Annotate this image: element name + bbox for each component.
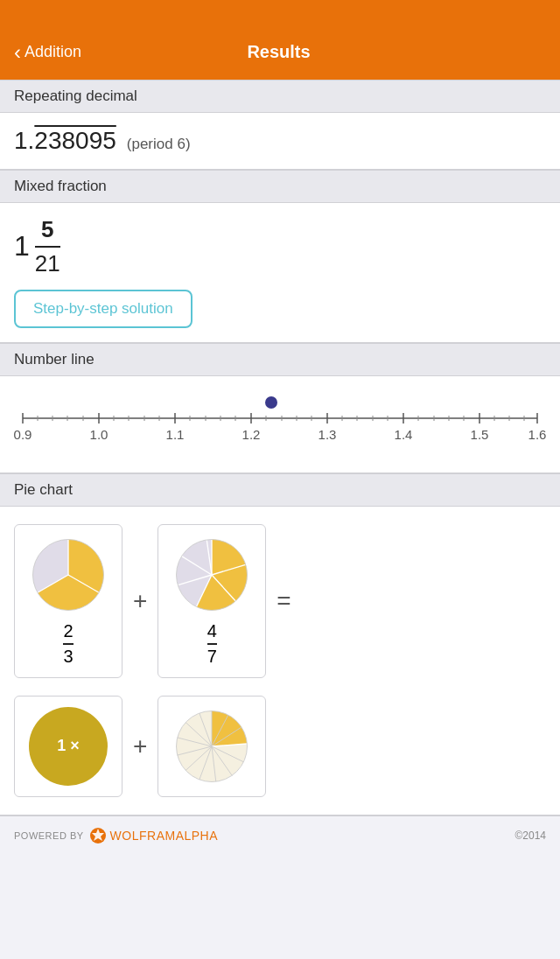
number-line-content: 0.9 1.0 1.1 1.2 1.3 1.4 1.5 1.6 xyxy=(0,376,560,473)
pie-chart-section-header: Pie chart xyxy=(0,473,560,507)
repeating-decimal-label: Repeating decimal xyxy=(14,88,137,104)
repeating-decimal-section-header: Repeating decimal xyxy=(0,80,560,113)
number-line-svg: 0.9 1.0 1.1 1.2 1.3 1.4 1.5 1.6 xyxy=(14,394,546,455)
pie-chart-1 xyxy=(29,536,108,614)
decimal-display: 1.238095 xyxy=(14,127,116,155)
mixed-fraction-content: 1 5 21 Step-by-step solution xyxy=(0,203,560,343)
pie-operator-3: + xyxy=(133,732,147,760)
pie-card-whole: 1 × xyxy=(14,696,122,797)
step-by-step-button[interactable]: Step-by-step solution xyxy=(14,290,192,328)
pie-operator-2: = xyxy=(276,587,290,615)
pie-card-remainder xyxy=(158,696,266,797)
svg-text:1.6: 1.6 xyxy=(528,427,546,442)
footer: POWERED BY WolframAlpha ©2014 xyxy=(0,816,560,855)
powered-by-text: POWERED BY xyxy=(14,830,84,841)
pie-card-1: 2 3 xyxy=(14,524,122,678)
pie-fraction-1: 2 3 xyxy=(63,621,73,667)
pie-row-2: 1 × + xyxy=(14,696,546,797)
repeating-decimal-content: 1.238095 (period 6) xyxy=(0,113,560,170)
app-header: ‹ Addition Results xyxy=(0,0,560,80)
wolfram-brand: WolframAlpha xyxy=(110,829,218,843)
pie-chart-remainder xyxy=(172,707,251,786)
pie-chart-label: Pie chart xyxy=(14,481,73,498)
fraction-stack: 5 21 xyxy=(35,217,60,276)
footer-left: POWERED BY WolframAlpha xyxy=(14,827,218,844)
whole-label: 1 × xyxy=(57,737,80,755)
number-line-label: Number line xyxy=(14,351,94,368)
svg-text:1.0: 1.0 xyxy=(90,427,108,442)
svg-text:1.3: 1.3 xyxy=(318,427,337,442)
whole-circle: 1 × xyxy=(29,707,108,786)
pie-chart-content: 2 3 + xyxy=(0,507,560,816)
fraction-line xyxy=(35,246,60,248)
pie-card-2: 4 7 xyxy=(158,524,266,678)
pie-fraction-2: 4 7 xyxy=(207,621,217,667)
mixed-fraction-label: Mixed fraction xyxy=(14,178,107,194)
wolfram-logo: WolframAlpha xyxy=(89,827,218,844)
pie-denominator-2: 7 xyxy=(207,647,217,667)
pie-numerator-2: 4 xyxy=(207,621,217,641)
whole-number: 1 xyxy=(14,230,30,262)
back-label: Addition xyxy=(24,43,81,61)
mixed-fraction-display: 1 5 21 xyxy=(14,217,546,276)
decimal-integer: 1. xyxy=(14,127,34,154)
svg-text:0.9: 0.9 xyxy=(14,427,32,442)
pie-row-1: 2 3 + xyxy=(14,524,546,678)
wolfram-icon xyxy=(89,827,107,844)
mixed-fraction-section-header: Mixed fraction xyxy=(0,170,560,203)
svg-text:1.4: 1.4 xyxy=(395,427,413,442)
pie-numerator-1: 2 xyxy=(63,621,73,641)
pie-denominator-1: 3 xyxy=(63,647,73,667)
pie-operator-1: + xyxy=(133,587,147,615)
repeating-decimal-value: 1.238095 (period 6) xyxy=(14,127,546,155)
back-button[interactable]: ‹ Addition xyxy=(14,40,81,65)
period-label: (period 6) xyxy=(127,136,191,153)
fraction-numerator: 5 xyxy=(41,217,53,244)
svg-text:1.2: 1.2 xyxy=(242,427,261,442)
fraction-denominator: 21 xyxy=(35,249,60,276)
footer-copyright: ©2014 xyxy=(514,830,546,842)
number-line-dot xyxy=(265,396,277,409)
svg-text:1.1: 1.1 xyxy=(166,427,185,442)
pie-chart-2 xyxy=(172,536,251,614)
back-chevron-icon: ‹ xyxy=(14,40,21,65)
decimal-overline: 238095 xyxy=(34,127,116,154)
number-line-section-header: Number line xyxy=(0,343,560,376)
svg-text:1.5: 1.5 xyxy=(471,427,489,442)
page-title: Results xyxy=(81,42,476,62)
